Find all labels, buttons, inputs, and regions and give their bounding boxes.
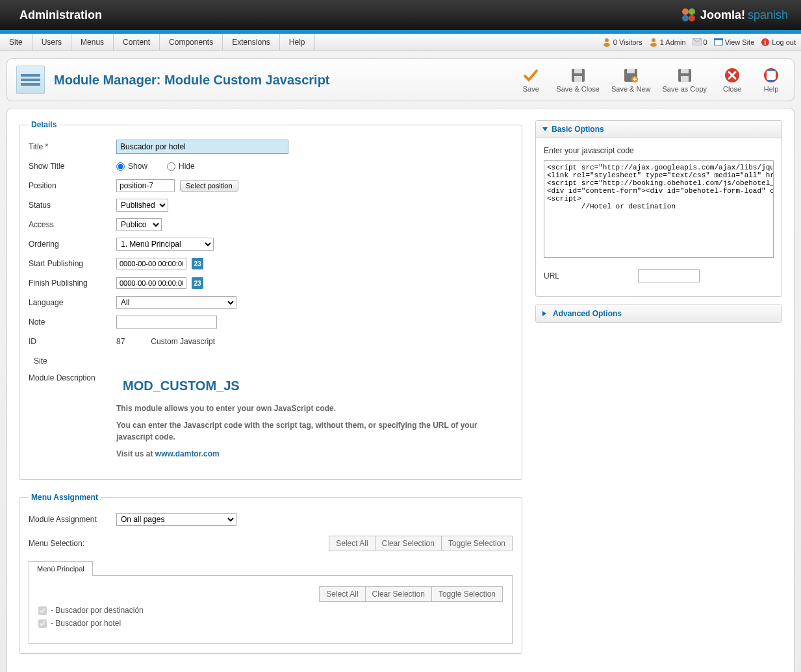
menu-components[interactable]: Components: [160, 34, 223, 50]
clear-selection-button[interactable]: Clear Selection: [375, 536, 441, 551]
messages-text: 0: [704, 38, 707, 46]
brand-area: Joomla! spanish: [681, 7, 788, 23]
mail-icon: [693, 38, 702, 45]
help-button[interactable]: Help: [757, 67, 785, 93]
desc-line3: Visit us at www.damtor.com: [116, 448, 513, 460]
svg-rect-21: [681, 76, 689, 82]
menu-item-check[interactable]: - Buscador por destinación: [38, 606, 503, 615]
position-input[interactable]: [116, 179, 175, 192]
svg-point-7: [650, 43, 657, 47]
label-showtitle: Show Title: [29, 162, 116, 171]
status-select[interactable]: Published: [116, 199, 168, 212]
desc-heading: MOD_CUSTOM_JS: [123, 379, 513, 393]
save-new-icon: [622, 67, 639, 84]
close-button[interactable]: Close: [718, 67, 746, 93]
radio-hide[interactable]: Hide: [167, 162, 195, 171]
svg-point-3: [689, 15, 695, 21]
id-value: 87: [116, 337, 125, 346]
status-admin: 1 Admin: [649, 38, 686, 47]
select-all-button-inner[interactable]: Select All: [319, 586, 364, 602]
save-copy-button[interactable]: Save as Copy: [663, 67, 707, 93]
id-type: Custom Javascript: [151, 337, 215, 346]
finishpub-input[interactable]: [116, 277, 186, 289]
toggle-selection-button[interactable]: Toggle Selection: [441, 536, 513, 551]
desc-link[interactable]: www.damtor.com: [155, 449, 220, 458]
advanced-options-header[interactable]: Advanced Options: [536, 305, 782, 322]
menu-menus[interactable]: Menus: [71, 34, 114, 50]
svg-rect-17: [627, 69, 635, 73]
desc-line2: You can enter the Javascript code with t…: [116, 419, 513, 443]
visitors-icon: [602, 38, 611, 47]
basic-options-header[interactable]: Basic Options: [536, 121, 782, 138]
save-icon: [570, 67, 587, 84]
menu-site[interactable]: Site: [0, 34, 32, 50]
module-manager-icon: [16, 66, 45, 94]
status-visitors: 0 Visitors: [602, 38, 642, 47]
logout-icon: i: [761, 38, 770, 47]
label-startpub: Start Publishing: [29, 259, 116, 268]
svg-point-0: [682, 8, 689, 15]
site-icon: [714, 38, 723, 45]
label-access: Access: [29, 220, 116, 229]
label-language: Language: [29, 298, 116, 307]
status-viewsite[interactable]: View Site: [714, 38, 755, 46]
visitors-text: 0 Visitors: [613, 38, 642, 46]
header-bar: Administration Joomla! spanish: [0, 0, 801, 30]
label-menu-selection: Menu Selection:: [29, 539, 84, 548]
language-select[interactable]: All: [116, 296, 236, 309]
startpub-input[interactable]: [116, 258, 186, 269]
viewsite-text: View Site: [725, 38, 755, 46]
svg-point-5: [604, 43, 610, 47]
basic-options-panel: Basic Options Enter your javascript code…: [535, 120, 782, 297]
top-menu: Site Users Menus Content Components Exte…: [0, 34, 801, 51]
svg-rect-10: [715, 40, 722, 45]
menu-content[interactable]: Content: [114, 34, 160, 50]
label-finishpub: Finish Publishing: [29, 279, 116, 288]
ordering-select[interactable]: 1. Menú Principal: [116, 238, 214, 251]
main-panel: Details Title * Show Title Show Hide Pos…: [6, 108, 795, 672]
details-section: Details Title * Show Title Show Hide Pos…: [19, 120, 522, 480]
calendar-icon[interactable]: 23: [192, 277, 203, 289]
tab-panel: Select All Clear Selection Toggle Select…: [29, 576, 513, 644]
url-input[interactable]: [638, 269, 700, 282]
label-id: ID: [29, 337, 116, 346]
label-site: Site: [29, 356, 116, 366]
js-code-textarea[interactable]: [544, 160, 774, 258]
logout-text: Log out: [772, 38, 796, 46]
tab-menu-principal[interactable]: Menú Principal: [29, 561, 93, 576]
menu-item-check[interactable]: - Buscador por hotel: [38, 619, 503, 628]
save-button[interactable]: Save: [517, 67, 544, 93]
title-panel: Module Manager: Module Custom Javascript…: [6, 58, 795, 101]
save-close-button[interactable]: Save & Close: [556, 67, 600, 93]
select-all-button[interactable]: Select All: [329, 536, 374, 551]
svg-text:i: i: [765, 39, 767, 46]
module-assignment-select[interactable]: On all pages: [116, 513, 236, 526]
calendar-icon[interactable]: 23: [192, 258, 203, 269]
svg-point-6: [652, 38, 655, 42]
menu-extensions[interactable]: Extensions: [223, 34, 280, 50]
required-mark: *: [45, 142, 49, 151]
svg-rect-14: [574, 69, 582, 73]
note-input[interactable]: [116, 316, 217, 329]
svg-rect-15: [574, 76, 582, 82]
status-area: 0 Visitors 1 Admin 0 View Site i Log out: [602, 34, 801, 50]
menu-assignment-section: Menu Assignment Module Assignment On all…: [19, 493, 522, 654]
toggle-selection-button-inner[interactable]: Toggle Selection: [431, 586, 503, 602]
toolbar: Save Save & Close Save & New Save as Cop…: [517, 67, 785, 93]
admin-text: 1 Admin: [660, 38, 686, 46]
clear-selection-button-inner[interactable]: Clear Selection: [365, 586, 431, 602]
menuassign-legend: Menu Assignment: [29, 493, 101, 502]
brand-suffix: spanish: [748, 8, 788, 22]
title-input[interactable]: [116, 140, 288, 154]
access-select[interactable]: Publico: [116, 218, 162, 231]
close-icon: [724, 67, 741, 84]
menu-help[interactable]: Help: [280, 34, 315, 50]
menu-users[interactable]: Users: [32, 34, 71, 50]
status-logout[interactable]: i Log out: [761, 38, 796, 47]
status-messages[interactable]: 0: [693, 38, 707, 46]
label-title: Title: [29, 142, 43, 151]
save-new-button[interactable]: Save & New: [611, 67, 651, 93]
select-position-button[interactable]: Select position: [180, 180, 238, 192]
svg-point-2: [682, 15, 689, 21]
radio-show[interactable]: Show: [116, 162, 147, 171]
